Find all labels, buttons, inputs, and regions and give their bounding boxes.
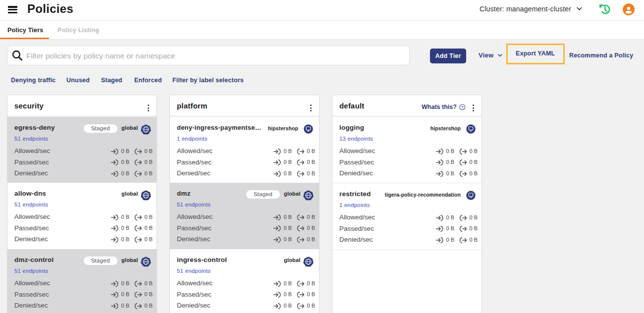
- svg-text:?: ?: [461, 105, 464, 109]
